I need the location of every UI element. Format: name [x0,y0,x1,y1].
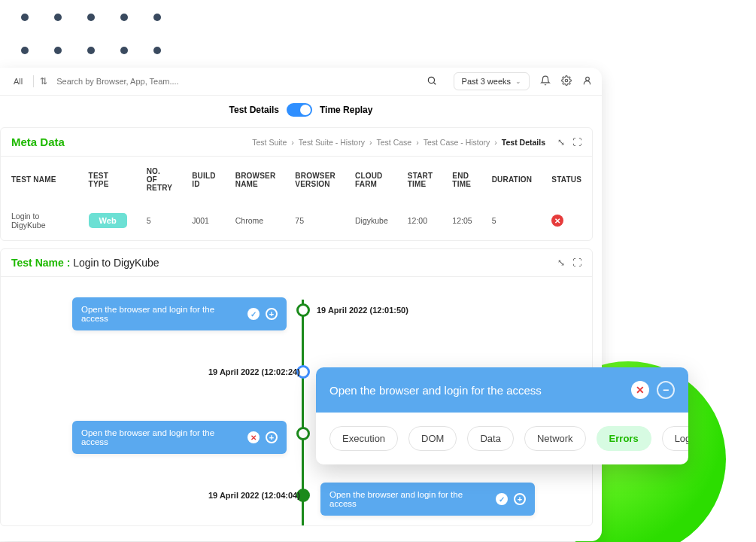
cell-end: 12:05 [443,202,481,239]
toggle-right-label: Time Replay [320,105,372,115]
meta-title: Meta Data [11,136,65,148]
tab-network[interactable]: Network [524,426,586,451]
step-pill[interactable]: Open the browser and login for the acces… [72,297,287,330]
cell-status: ✕ [542,202,591,239]
filter-all[interactable]: All [9,74,27,89]
cell-test-name: Login to DigyKube [2,202,78,239]
crumb-active: Test Details [502,138,545,147]
svg-point-2 [565,79,568,82]
detail-tabs: Execution DOM Data Network Errors Logs [316,413,688,464]
svg-point-0 [428,77,434,83]
toggle-row: Test Details Time Replay [0,96,602,124]
date-filter-label: Past 3 weeks [462,77,511,86]
crumb[interactable]: Test Case [376,138,411,147]
step-pill[interactable]: Open the browser and login for the acces… [72,421,287,454]
topbar: All ⇅ Past 3 weeks ⌄ [0,68,602,96]
cell-retry: 5 [138,202,182,239]
crumb[interactable]: Test Suite - History [299,138,365,147]
col-header: NO. OF RETRY [138,158,182,201]
view-toggle[interactable] [287,103,312,117]
col-header: CLOUD FARM [346,158,397,201]
cell-browser: Chrome [226,202,285,239]
timestamp: 19 April 2022 (12:04:04) [208,491,300,500]
date-filter[interactable]: Past 3 weeks ⌄ [454,72,530,90]
tab-data[interactable]: Data [467,426,513,451]
test-title: Test Name : Login to DigyKube [11,257,159,269]
badge-web: Web [89,213,127,228]
expand-icon[interactable]: ⛶ [572,257,581,268]
expand-icon[interactable]: ⛶ [572,137,581,148]
collapse-icon[interactable]: ⤡ [557,137,565,148]
breadcrumbs: Test Suite› Test Suite - History› Test C… [252,138,545,147]
timestamp: 19 April 2022 (12:02:24) [208,367,300,376]
svg-line-1 [433,82,436,84]
col-header: TEST NAME [2,158,78,201]
fail-icon: ✕ [551,215,563,227]
minimize-icon[interactable]: − [657,381,675,399]
meta-card: Meta Data Test Suite› Test Suite - Histo… [0,127,593,241]
table-row: Login to DigyKube Web 5 J001 Chrome 75 D… [2,202,591,239]
filter-icon[interactable]: ⇅ [40,76,47,87]
user-icon[interactable] [582,75,593,88]
test-title-label: Test Name : [11,257,70,269]
cell-browser-ver: 75 [286,202,345,239]
search-wrap [53,72,420,90]
col-header: TEST TYPE [80,158,136,201]
step-text: Open the browser and login for the acces… [81,428,241,446]
collapse-icon[interactable]: ⤡ [557,257,565,268]
search-icon[interactable] [427,75,437,88]
plus-icon[interactable]: + [266,431,278,443]
bell-icon[interactable] [540,75,551,88]
cell-start: 12:00 [399,202,442,239]
error-icon: ✕ [247,431,260,443]
divider [33,75,34,87]
step-text: Open the browser and login for the acces… [81,305,241,323]
step-text: Open the browser and login for the acces… [329,490,490,508]
plus-icon[interactable]: + [514,493,526,505]
col-header: BROWSER NAME [226,158,285,201]
check-icon: ✓ [496,493,508,505]
step-pill[interactable]: Open the browser and login for the acces… [320,483,535,516]
step-detail-panel: Open the browser and login for the acces… [316,367,688,464]
tab-execution[interactable]: Execution [329,426,398,451]
col-header: BUILD ID [183,158,225,201]
gear-icon[interactable] [561,75,572,88]
timeline-node[interactable] [296,427,310,440]
col-header: END TIME [443,158,481,201]
close-icon[interactable]: ✕ [631,381,649,399]
tab-errors[interactable]: Errors [597,426,651,451]
test-title-value: Login to DigyKube [73,257,159,269]
svg-point-3 [586,77,590,81]
col-header: BROWSER VERSION [286,158,345,201]
col-header: STATUS [542,158,591,201]
meta-table: TEST NAME TEST TYPE NO. OF RETRY BUILD I… [1,157,592,240]
crumb[interactable]: Test Suite [252,138,287,147]
search-input[interactable] [53,72,420,90]
toggle-left-label: Test Details [229,105,279,115]
cell-build: J001 [183,202,225,239]
tab-dom[interactable]: DOM [408,426,457,451]
col-header: DURATION [483,158,542,201]
cell-farm: Digykube [346,202,397,239]
cell-duration: 5 [483,202,542,239]
cell-test-type: Web [80,202,136,239]
detail-title: Open the browser and login for the acces… [329,384,542,397]
timeline-node[interactable] [296,303,310,317]
crumb[interactable]: Test Case - History [424,138,490,147]
col-header: START TIME [399,158,442,201]
tab-logs[interactable]: Logs [662,426,688,451]
plus-icon[interactable]: + [266,308,278,320]
detail-header: Open the browser and login for the acces… [316,367,688,413]
app-panel: All ⇅ Past 3 weeks ⌄ Test Details Time R… [0,68,602,541]
timestamp: 19 April 2022 (12:01:50) [317,306,408,315]
chevron-down-icon: ⌄ [515,78,521,85]
check-icon: ✓ [247,308,260,320]
